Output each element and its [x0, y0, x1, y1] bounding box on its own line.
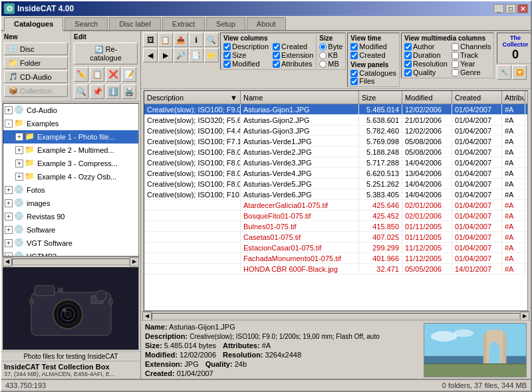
edit-btn-5[interactable]: 🔍: [74, 84, 88, 99]
check-year[interactable]: Year: [452, 60, 491, 68]
tree-expander-2[interactable]: +: [15, 133, 23, 141]
tab-extract[interactable]: Extract: [162, 17, 205, 30]
collector-icon-1[interactable]: 🔧: [497, 65, 511, 80]
check-size[interactable]: Size: [223, 51, 269, 59]
toolbar-icon-6[interactable]: ◀: [143, 48, 158, 62]
tree-expander-6[interactable]: +: [5, 186, 13, 194]
tab-about[interactable]: About: [247, 17, 286, 30]
check-quality[interactable]: Quality: [404, 68, 448, 76]
tree-expander-10[interactable]: +: [5, 239, 13, 247]
new-cdaudio-button[interactable]: 🎵 CD-Audio: [4, 70, 68, 83]
check-track[interactable]: Track: [452, 51, 491, 59]
radio-byte[interactable]: Byte: [319, 43, 342, 50]
table-row-10[interactable]: BosqueFito01-075.tif 425.452 02/01/2006 …: [144, 211, 527, 221]
tab-disc-label[interactable]: Disc label: [109, 17, 161, 30]
new-disc-button[interactable]: 💿 Disc: [4, 43, 68, 55]
check-panels-files[interactable]: Files: [350, 77, 396, 85]
tree-expander-3[interactable]: +: [15, 146, 23, 154]
check-time-created[interactable]: Created: [350, 51, 396, 59]
toolbar-icon-4[interactable]: ℹ: [189, 33, 203, 47]
check-genre[interactable]: Genre: [452, 68, 491, 76]
tree-item-1[interactable]: - 📁 Examples: [3, 117, 138, 130]
check-extension[interactable]: Extension: [273, 51, 313, 59]
check-attributes[interactable]: Attributes: [273, 60, 313, 68]
tree-item-2[interactable]: + 📁 Example 1 - Photo file...: [3, 130, 138, 144]
tree-expander-1[interactable]: -: [5, 120, 13, 128]
tree-item-6[interactable]: + 💿 Fotos: [3, 183, 138, 197]
tree-item-3[interactable]: + 📁 Example 2 - Multimed...: [3, 144, 138, 157]
col-header-attributes[interactable]: Attribu: [502, 91, 525, 104]
edit-btn-7[interactable]: ℹ️: [106, 84, 120, 99]
close-button[interactable]: ✕: [517, 4, 528, 13]
table-row-2[interactable]: Creative(slow); ISO100; F4.4; Asturias-G…: [144, 126, 527, 136]
toolbar-icon-7[interactable]: ▶: [158, 48, 173, 62]
radio-mb[interactable]: MB: [319, 60, 342, 68]
recatalogue-button[interactable]: 🔄 Re-catalogue: [74, 43, 138, 64]
list-hscroll-right[interactable]: ▶: [520, 312, 529, 321]
tab-catalogues[interactable]: Catalogues: [4, 17, 63, 31]
tree-area[interactable]: + 💿 Cd-Audio - 📁 Examples + 📁 Example 1 …: [3, 103, 139, 256]
tree-item-0[interactable]: + 💿 Cd-Audio: [3, 104, 138, 117]
toolbar-icon-5[interactable]: 🔍: [204, 33, 219, 47]
edit-btn-6[interactable]: 📌: [90, 84, 104, 99]
hscroll-bar[interactable]: [12, 258, 130, 265]
list-hscroll[interactable]: ◀ ▶: [142, 311, 529, 320]
check-created[interactable]: Created: [273, 43, 313, 50]
table-row-12[interactable]: Casetas01-075.tif 407.025 01/11/2005 01/…: [144, 232, 527, 243]
table-row-7[interactable]: Creative(slow); ISO100; F8.0; Asturias-V…: [144, 179, 527, 189]
tree-hscroll[interactable]: ◀ ▶: [3, 256, 139, 266]
check-time-modified[interactable]: Modified: [350, 43, 396, 50]
edit-btn-1[interactable]: ✏️: [74, 67, 88, 82]
col-header-description[interactable]: Description▼: [144, 91, 241, 104]
toolbar-icon-2[interactable]: 📋: [158, 33, 173, 47]
tree-expander-9[interactable]: +: [5, 226, 13, 234]
tree-expander-5[interactable]: +: [15, 173, 23, 181]
edit-btn-4[interactable]: 📝: [122, 67, 136, 82]
new-folder-button[interactable]: 📁 Folder: [4, 56, 68, 69]
col-header-created[interactable]: Created: [452, 91, 502, 104]
minimize-button[interactable]: _: [493, 4, 504, 13]
tree-item-5[interactable]: + 📁 Example 4 - Ozzy Osb...: [3, 170, 138, 183]
tree-item-9[interactable]: + 💿 Software: [3, 223, 138, 237]
toolbar-icon-10[interactable]: ⭐: [204, 48, 219, 62]
col-header-name[interactable]: Name: [241, 91, 359, 104]
tree-expander-0[interactable]: +: [5, 106, 13, 114]
table-row-5[interactable]: Creative(slow); ISO100; F8.0; Asturias-V…: [144, 157, 527, 168]
col-header-extension[interactable]: Ext: [525, 91, 528, 104]
tree-item-11[interactable]: + 💿 VGTMP3: [3, 250, 138, 256]
list-hscroll-bar[interactable]: [152, 313, 520, 320]
tab-search[interactable]: Search: [65, 17, 108, 30]
maximize-button[interactable]: □: [505, 4, 516, 13]
table-row-15[interactable]: HONDA CBR 600F-Black.jpg 32.471 05/05/20…: [144, 264, 527, 274]
check-channels[interactable]: Channels: [452, 43, 491, 50]
table-row-13[interactable]: EstacionCasar01-075.tif 299.299 11/12/20…: [144, 243, 527, 253]
edit-btn-3[interactable]: ❌: [106, 67, 120, 82]
edit-btn-2[interactable]: 📋: [90, 67, 104, 82]
check-duration[interactable]: Duration: [404, 51, 448, 59]
table-row-11[interactable]: Bulnes01-075.tif 415.850 01/11/2005 01/0…: [144, 221, 527, 232]
table-row-4[interactable]: Creative(slow); ISO100; F8.0; Asturias-V…: [144, 147, 527, 157]
check-resolution[interactable]: Resolution: [404, 60, 448, 68]
collector-icon-2[interactable]: 🔽: [512, 65, 527, 80]
table-row-8[interactable]: Creative(slow); ISO100; F10.0, Asturias-…: [144, 189, 527, 200]
check-description[interactable]: Description: [223, 43, 269, 50]
table-row-1[interactable]: Creative(slow); ISO320; F5.6; Asturias-G…: [144, 115, 527, 126]
toolbar-icon-1[interactable]: 🖼: [143, 33, 158, 47]
tree-item-10[interactable]: + 💿 VGT Software: [3, 237, 138, 250]
tree-expander-8[interactable]: +: [5, 213, 13, 221]
hscroll-right-btn[interactable]: ▶: [130, 257, 139, 266]
tree-expander-4[interactable]: +: [15, 159, 23, 167]
check-modified[interactable]: Modified: [223, 60, 269, 68]
toolbar-icon-9[interactable]: 📑: [189, 48, 203, 62]
table-row-0[interactable]: Creative(slow); ISO100; F9.0; Asturias-G…: [144, 104, 527, 115]
tree-item-7[interactable]: + 💿 images: [3, 197, 138, 210]
col-header-modified[interactable]: Modified: [402, 91, 452, 104]
toolbar-icon-3[interactable]: 📤: [174, 33, 188, 47]
table-row-14[interactable]: FachadaMonumento01-075.tif 401.966 11/12…: [144, 253, 527, 264]
table-row-9[interactable]: AtardecerGalicia01-075.tif 425.646 02/01…: [144, 200, 527, 211]
table-row-3[interactable]: Creative(slow); ISO100; F7.1; Asturias-V…: [144, 136, 527, 147]
new-collection-button[interactable]: 📦 Collection: [4, 84, 68, 97]
tab-setup[interactable]: Setup: [206, 17, 245, 30]
table-row-6[interactable]: Creative(slow); ISO100; F8.0; Asturias-V…: [144, 168, 527, 179]
toolbar-icon-8[interactable]: 🔎: [174, 48, 188, 62]
